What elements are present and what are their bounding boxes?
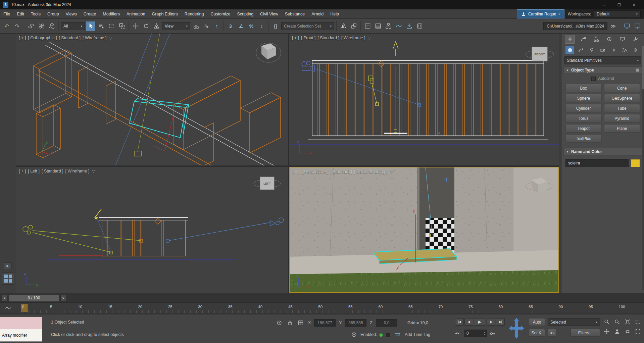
menu-item[interactable]: Rendering [181, 9, 207, 18]
menu-item[interactable]: Views [62, 9, 80, 18]
rollout-grip[interactable] [636, 68, 639, 72]
maximize-viewport-icon[interactable] [633, 327, 643, 336]
systems-category-icon[interactable] [631, 46, 640, 54]
viewport-filter-icon[interactable]: ▽ [390, 170, 393, 174]
left-viewcube-icon[interactable]: LEFT [254, 177, 281, 190]
menu-item[interactable]: Group [44, 9, 62, 18]
viewport-splitter-horizontal[interactable] [16, 165, 559, 167]
viewport-label-segment[interactable]: [ + ] [292, 36, 299, 40]
modify-tab[interactable] [578, 35, 588, 44]
select-by-name-icon[interactable] [96, 21, 106, 31]
spinner-down-icon[interactable]: ▾ [484, 333, 485, 336]
unlink-selection-icon[interactable] [37, 21, 46, 31]
object-color-swatch[interactable] [631, 159, 640, 167]
menu-item[interactable]: Animation [123, 9, 149, 18]
toggle-scene-explorer-icon[interactable] [363, 21, 372, 31]
key-step-icons[interactable]: ◂ ▸ [455, 331, 459, 335]
frame-tick-label[interactable]: 0 [22, 305, 24, 309]
viewport-label-segment[interactable]: [ Wireframe ] [341, 36, 365, 40]
time-tag-keyboard-icon[interactable] [393, 331, 401, 338]
viewport-label-segment[interactable]: [ + ] [293, 169, 300, 174]
display-tab[interactable] [617, 35, 628, 44]
y-coord-input[interactable] [345, 319, 366, 327]
frame-tick-label[interactable]: 50 [318, 305, 323, 309]
primitive-category-select[interactable]: Standard Primitives ▾ [564, 56, 641, 64]
menu-item[interactable]: File [0, 9, 13, 18]
toggle-layer-explorer-icon[interactable] [373, 21, 383, 31]
menu-item[interactable]: Edit [13, 9, 28, 18]
go-to-start-button[interactable]: |◀ [455, 318, 464, 326]
menu-item[interactable]: Graph Editors [149, 9, 181, 18]
viewport-label-segment[interactable]: [ + ] [19, 36, 26, 40]
viewport-label-segment[interactable]: [ Orthographic ] [28, 36, 57, 40]
viewport-label-segment[interactable]: [ Standard ] [59, 36, 81, 40]
time-slider-thumb[interactable]: 0 / 100 [9, 295, 59, 301]
geometry-category-icon[interactable] [565, 46, 574, 54]
perspective-viewport-canvas[interactable]: z y z x y [290, 167, 558, 292]
minimize-button[interactable]: – [597, 0, 612, 9]
object-type-rollout-header[interactable]: ▼ Object Type [563, 66, 642, 74]
frame-tick-label[interactable]: 5 [50, 305, 52, 309]
ortho-viewcube-icon[interactable] [256, 43, 281, 62]
walk-through-icon[interactable] [612, 327, 622, 336]
snaps-toggle-3d-icon[interactable]: 3 [226, 21, 235, 31]
close-button[interactable]: × [627, 0, 641, 9]
frame-tick-label[interactable]: 20 [138, 305, 142, 309]
toolbar-overflow-icon[interactable]: ≫ [608, 21, 618, 31]
space-warps-category-icon[interactable] [620, 46, 629, 54]
adaptive-degradation-icon[interactable] [350, 331, 358, 338]
viewport-label-segment[interactable]: [ Front ] [301, 36, 315, 40]
helpers-category-icon[interactable] [609, 46, 618, 54]
frame-tick-label[interactable]: 70 [438, 305, 443, 309]
motion-tab[interactable] [604, 35, 614, 44]
primitive-button[interactable]: Box [565, 84, 602, 92]
frame-tick-label[interactable]: 40 [258, 305, 262, 309]
frame-tick-label[interactable]: 45 [288, 305, 293, 309]
selection-filter-select[interactable]: All▾ [61, 22, 85, 30]
frame-tick-label[interactable]: 100 [619, 305, 625, 309]
isolate-selection-icon[interactable] [275, 319, 283, 327]
go-to-end-button[interactable]: ▶| [496, 318, 505, 326]
reference-coordinate-select[interactable]: View▾ [162, 22, 190, 30]
object-name-input[interactable] [565, 159, 629, 167]
primitive-button[interactable]: Cylinder [565, 104, 602, 112]
auto-key-button[interactable]: Auto [529, 318, 545, 326]
menu-item[interactable]: Arnold [308, 9, 327, 18]
z-coord-input[interactable] [376, 319, 397, 327]
frame-tick-label[interactable]: 60 [378, 305, 383, 309]
primitive-button[interactable]: Sphere [565, 94, 602, 102]
shapes-category-icon[interactable] [577, 46, 585, 54]
frame-tick-label[interactable]: 90 [559, 305, 563, 309]
frame-tick-label[interactable]: 15 [108, 305, 112, 309]
viewport-label-segment[interactable]: [ Standard ] [330, 169, 352, 174]
utilities-tab[interactable] [631, 35, 641, 44]
select-and-manipulate-icon[interactable] [202, 21, 211, 31]
angle-snap-icon[interactable]: ∠ [236, 21, 246, 31]
zoom-region-icon[interactable] [633, 317, 643, 326]
frame-tick-label[interactable]: 30 [198, 305, 202, 309]
viewport-filter-icon[interactable]: ▽ [109, 36, 112, 40]
render-setup-icon[interactable] [404, 21, 414, 31]
select-object-icon[interactable] [86, 21, 95, 31]
front-viewport-canvas[interactable]: x x z FRONT [289, 34, 559, 165]
primitive-button[interactable]: Torus [565, 114, 602, 122]
key-mode-toggle-icon[interactable] [489, 330, 497, 337]
lights-category-icon[interactable] [587, 46, 596, 54]
menu-item[interactable]: Customize [207, 9, 234, 18]
frame-tick-label[interactable]: 65 [408, 305, 413, 309]
window-crossing-icon[interactable] [117, 21, 127, 31]
toggle-ribbon-icon[interactable] [384, 21, 393, 31]
front-viewcube-icon[interactable]: FRONT [526, 47, 554, 61]
primitive-button[interactable]: Teapot [565, 124, 602, 133]
selection-lock-icon[interactable] [286, 319, 294, 327]
primitive-button[interactable]: Plane [604, 124, 640, 133]
create-tab[interactable] [565, 35, 575, 44]
previous-frame-playback-button[interactable]: ◀| [464, 318, 473, 326]
frame-spinner[interactable]: ▴ ▾ [484, 331, 486, 336]
hierarchy-tab[interactable] [591, 35, 601, 44]
primitive-button[interactable]: TextPlus [565, 134, 602, 143]
viewport-filter-icon[interactable]: ▽ [92, 169, 95, 174]
add-time-tag-button[interactable]: Add Time Tag [405, 332, 430, 337]
viewport-label-segment[interactable]: [ Wireframe ] [83, 36, 107, 40]
menu-item[interactable]: Help [327, 9, 342, 18]
